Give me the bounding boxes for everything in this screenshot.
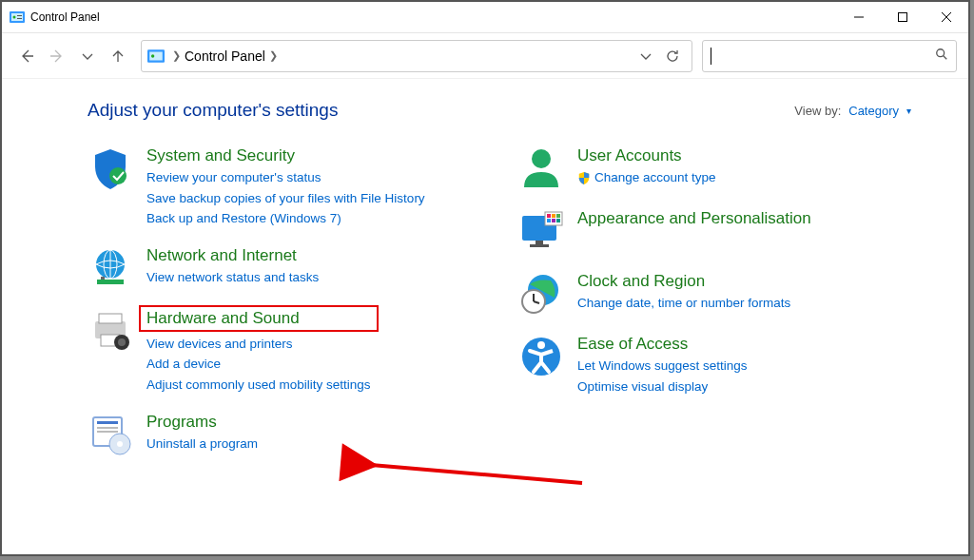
svg-point-30 [532,149,551,168]
svg-point-46 [537,341,545,349]
accessibility-icon [518,334,564,379]
svg-rect-32 [536,241,543,244]
recent-dropdown[interactable] [74,43,101,69]
sublink[interactable]: Adjust commonly used mobility settings [146,376,371,395]
category-title[interactable]: Clock and Region [577,271,790,292]
svg-rect-37 [556,214,560,218]
category-programs: Programs Uninstall a program [88,412,480,457]
close-button[interactable] [925,2,968,32]
breadcrumb-root[interactable]: Control Panel [185,48,265,64]
titlebar: Control Panel [2,2,968,33]
category-network: Network and Internet View network status… [88,245,480,291]
category-clock-region: Clock and Region Change date, time or nu… [518,271,911,317]
svg-rect-35 [547,214,551,218]
sublink[interactable]: Review your computer's status [146,168,425,187]
sublink[interactable]: View devices and printers [146,335,371,354]
chevron-down-icon: ▾ [906,106,911,116]
svg-point-12 [937,48,945,56]
svg-line-13 [944,55,947,59]
svg-point-2 [13,16,16,19]
view-by-value: Category [848,104,899,118]
back-button[interactable] [13,43,40,69]
control-panel-icon [10,10,25,25]
svg-point-11 [151,54,154,57]
search-input[interactable] [702,40,957,72]
left-column: System and Security Review your computer… [88,145,480,457]
uac-shield-icon [577,171,591,184]
svg-point-23 [118,338,126,346]
svg-rect-40 [556,219,560,222]
svg-rect-38 [547,219,551,222]
category-hardware-sound: Hardware and Sound View devices and prin… [88,308,480,395]
svg-rect-20 [99,314,122,323]
svg-rect-26 [97,427,118,429]
sublink[interactable]: Back up and Restore (Windows 7) [146,209,425,228]
sublink[interactable]: Add a device [146,355,371,374]
sublink[interactable]: Save backup copies of your files with Fi… [146,189,425,208]
sublink[interactable]: Uninstall a program [146,434,258,454]
breadcrumb-separator: ❯ [172,49,181,62]
shield-icon [88,145,133,191]
view-by-label: View by: [794,104,841,118]
clock-globe-icon [518,271,564,317]
content-header: Adjust your computer's settings View by:… [88,100,911,121]
category-ease-of-access: Ease of Access Let Windows suggest setti… [518,334,911,396]
svg-point-29 [117,441,123,447]
programs-icon [88,412,133,457]
svg-rect-27 [97,431,118,433]
minimize-button[interactable] [837,2,881,32]
annotation-arrow [363,457,592,499]
view-by-control[interactable]: View by: Category ▾ [794,104,911,118]
svg-line-47 [371,465,582,483]
category-title[interactable]: Programs [146,412,258,433]
forward-button[interactable] [44,43,70,69]
category-title-highlighted[interactable]: Hardware and Sound [139,305,379,332]
category-grid: System and Security Review your computer… [88,145,911,457]
svg-rect-18 [101,277,105,280]
category-title[interactable]: Network and Internet [146,245,319,266]
window-title: Control Panel [30,10,837,24]
svg-rect-25 [97,421,118,424]
category-appearance: Appearance and Personalisation [518,208,911,254]
sublink[interactable]: Change account type [594,168,716,187]
content-area: Adjust your computer's settings View by:… [2,79,968,554]
user-icon [518,145,564,191]
svg-point-14 [109,167,127,184]
category-title[interactable]: System and Security [146,145,425,166]
maximize-button[interactable] [881,2,925,32]
breadcrumb-separator: ❯ [269,49,278,62]
category-title[interactable]: Appearance and Personalisation [577,208,811,229]
sublink[interactable]: Let Windows suggest settings [577,357,748,376]
sublink[interactable]: Optimise visual display [577,377,748,396]
category-title[interactable]: Ease of Access [577,334,748,355]
globe-icon [88,245,133,291]
sublink[interactable]: View network status and tasks [146,268,319,287]
breadcrumb-icon [147,48,165,65]
refresh-button[interactable] [659,43,686,69]
svg-rect-33 [530,244,549,247]
search-cursor [711,48,711,65]
address-bar[interactable]: ❯ Control Panel ❯ [141,40,692,72]
search-icon [935,48,948,65]
svg-rect-6 [899,13,907,22]
category-title[interactable]: User Accounts [577,145,716,166]
toolbar: ❯ Control Panel ❯ [2,33,968,79]
sublink[interactable]: Change date, time or number formats [577,294,790,313]
svg-rect-39 [552,219,555,222]
category-system-security: System and Security Review your computer… [88,145,480,228]
category-user-accounts: User Accounts Change account type [518,145,911,191]
monitor-icon [518,208,564,254]
svg-rect-4 [17,18,22,19]
page-title: Adjust your computer's settings [88,100,338,121]
printer-icon [88,308,133,354]
right-column: User Accounts Change account type [518,145,911,457]
svg-rect-36 [552,214,555,218]
window: Control Panel ❯ Control Panel ❯ [0,0,970,556]
svg-rect-3 [17,15,22,16]
address-dropdown[interactable] [633,43,659,69]
up-button[interactable] [105,43,131,69]
svg-rect-17 [97,280,124,284]
